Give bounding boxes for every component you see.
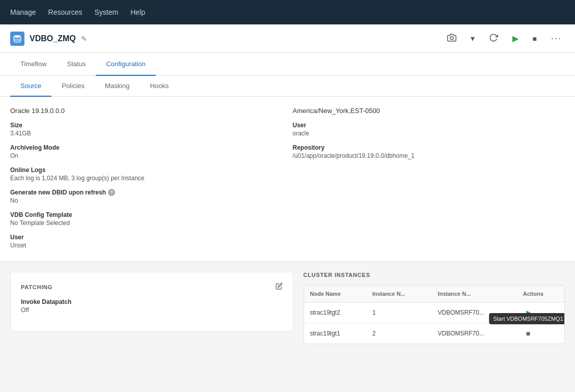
header-actions: ▾ ▶ ■ ··· xyxy=(444,31,565,46)
user-value-left: Unset xyxy=(10,242,283,249)
tab-policies[interactable]: Policies xyxy=(51,76,95,97)
generate-dbid-help-icon[interactable]: ? xyxy=(108,189,115,196)
cluster-instances-header: CLUSTER INSTANCES xyxy=(304,272,565,278)
node-name-cell: strac19tgt1 xyxy=(304,323,366,344)
generate-dbid-value: No xyxy=(10,197,283,204)
generate-dbid-field: Generate new DBID upon refresh ? No xyxy=(10,189,283,204)
timezone-field: America/New_York,EST-0500 xyxy=(293,107,565,115)
more-actions-button[interactable]: ··· xyxy=(548,31,565,46)
table-header-row: Node Name Instance N... Instance N... Ac… xyxy=(304,286,565,302)
actions-cell: ▶ xyxy=(517,302,564,323)
tab-hooks[interactable]: Hooks xyxy=(140,76,179,97)
svg-point-1 xyxy=(450,36,453,39)
play-icon: ▶ xyxy=(512,34,518,43)
instance-num-cell: 1 xyxy=(366,302,432,323)
svg-point-0 xyxy=(14,35,21,37)
more-icon: ··· xyxy=(551,33,562,44)
col-instance-name: Instance N... xyxy=(432,286,517,302)
invoke-datapatch-value: Off xyxy=(21,306,283,314)
vdb-config-field: VDB Config Template No Template Selected xyxy=(10,211,283,227)
instance-name-cell: VDBOMSRF70... xyxy=(432,323,517,344)
snapshot-dropdown-button[interactable]: ▾ xyxy=(468,32,478,45)
online-logs-label: Online Logs xyxy=(10,166,283,174)
play-instance-1-button[interactable]: ▶ xyxy=(523,307,535,318)
size-label: Size xyxy=(10,122,283,129)
stop-instance-icon: ■ xyxy=(526,329,530,338)
patching-header: PATCHING xyxy=(21,283,283,291)
source-info: Oracle 19.19.0.0.0 Size 3.41GB Archivelo… xyxy=(10,107,565,256)
user-label-left: User xyxy=(10,234,283,241)
online-logs-value: Each log is 1,024 MB, 3 log group(s) per… xyxy=(10,175,283,182)
table-row: strac19tgt2 1 VDBOMSRF70... ▶ xyxy=(304,302,565,323)
source-left-column: Oracle 19.19.0.0.0 Size 3.41GB Archivelo… xyxy=(10,107,283,256)
repository-field: Repository /u01/app/oracle/product/19.19… xyxy=(293,144,565,159)
header-bar: VDBO_ZMQ ✎ ▾ ▶ ■ xyxy=(0,24,575,53)
vdb-config-value: No Template Selected xyxy=(10,219,283,227)
stop-button[interactable]: ■ xyxy=(530,33,540,45)
generate-dbid-label: Generate new DBID upon refresh ? xyxy=(10,189,283,196)
instance-num-cell: 2 xyxy=(366,323,432,344)
invoke-datapatch-label: Invoke Datapatch xyxy=(21,298,283,305)
tab-configuration[interactable]: Configuration xyxy=(96,53,155,76)
nav-resources[interactable]: Resources xyxy=(48,1,83,23)
play-instance-icon: ▶ xyxy=(526,309,532,317)
archivelog-label: Archivelog Mode xyxy=(10,144,283,151)
patching-title: PATCHING xyxy=(21,284,52,290)
cluster-instances-section: CLUSTER INSTANCES Node Name Instance N..… xyxy=(304,272,565,344)
top-nav: Manage Resources System Help xyxy=(0,0,575,24)
oracle-version: Oracle 19.19.0.0.0 xyxy=(10,107,283,115)
secondary-tabs: Source Policies Masking Hooks xyxy=(0,76,575,97)
size-value: 3.41GB xyxy=(10,130,283,137)
tab-timeflow[interactable]: Timeflow xyxy=(10,53,57,76)
online-logs-field: Online Logs Each log is 1,024 MB, 3 log … xyxy=(10,166,283,182)
patching-section: PATCHING Invoke Datapatch Off xyxy=(10,272,293,331)
chevron-down-icon: ▾ xyxy=(471,34,475,43)
user-field-right: User oracle xyxy=(293,122,565,137)
refresh-icon xyxy=(489,33,498,44)
source-right-column: America/New_York,EST-0500 User oracle Re… xyxy=(293,107,565,256)
patching-edit-button[interactable] xyxy=(276,283,283,291)
version-field: Oracle 19.19.0.0.0 xyxy=(10,107,283,115)
node-name-cell: strac19tgt2 xyxy=(304,302,366,323)
col-instance-num: Instance N... xyxy=(366,286,432,302)
db-icon xyxy=(10,32,24,46)
user-label-right: User xyxy=(293,122,565,129)
primary-tabs: Timeflow Status Configuration xyxy=(0,53,575,76)
instance-name-cell: VDBOMSRF70... xyxy=(432,302,517,323)
stop-instance-2-button[interactable]: ■ Start VDBOMSRF705ZMQ1 xyxy=(523,328,533,339)
invoke-datapatch-field: Invoke Datapatch Off xyxy=(21,298,283,314)
vdb-config-label: VDB Config Template xyxy=(10,211,283,218)
user-value-right: oracle xyxy=(293,130,565,137)
stop-icon: ■ xyxy=(533,35,537,43)
pencil-icon xyxy=(276,283,283,291)
refresh-button[interactable] xyxy=(486,31,501,46)
cluster-instances-title: CLUSTER INSTANCES xyxy=(304,272,370,278)
repository-value: /u01/app/oracle/product/19.19.0.0/dbhome… xyxy=(293,152,565,159)
play-button[interactable]: ▶ xyxy=(509,32,522,45)
camera-button[interactable] xyxy=(444,31,459,46)
nav-manage[interactable]: Manage xyxy=(10,1,36,23)
archivelog-value: On xyxy=(10,152,283,159)
nav-help[interactable]: Help xyxy=(130,1,145,23)
actions-cell: ■ Start VDBOMSRF705ZMQ1 xyxy=(517,323,564,344)
tab-status[interactable]: Status xyxy=(57,53,96,76)
db-name: VDBO_ZMQ xyxy=(30,34,76,43)
user-field-left: User Unset xyxy=(10,234,283,249)
col-actions: Actions xyxy=(517,286,564,302)
timezone-value: America/New_York,EST-0500 xyxy=(293,107,565,115)
col-node-name: Node Name xyxy=(304,286,366,302)
archivelog-field: Archivelog Mode On xyxy=(10,144,283,159)
edit-db-name-icon[interactable]: ✎ xyxy=(81,35,87,43)
camera-icon xyxy=(447,33,456,44)
repository-label: Repository xyxy=(293,144,565,151)
tab-source[interactable]: Source xyxy=(10,76,51,97)
table-row: strac19tgt1 2 VDBOMSRF70... ■ Start VDBO… xyxy=(304,323,565,344)
header-left: VDBO_ZMQ ✎ xyxy=(10,32,87,46)
size-field: Size 3.41GB xyxy=(10,122,283,137)
tab-masking[interactable]: Masking xyxy=(95,76,140,97)
nav-system[interactable]: System xyxy=(95,1,119,23)
cluster-instances-table: Node Name Instance N... Instance N... Ac… xyxy=(304,285,565,344)
bottom-area: PATCHING Invoke Datapatch Off CLUSTE xyxy=(0,262,575,354)
